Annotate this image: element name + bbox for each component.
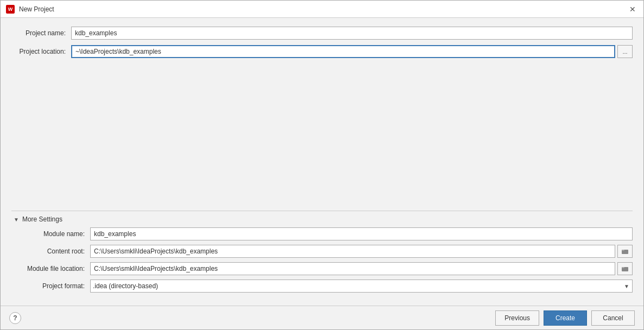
project-format-select[interactable]: .idea (directory-based) .ipr (file-based…: [90, 280, 633, 293]
module-name-input[interactable]: [90, 227, 633, 240]
project-location-label: Project location:: [11, 48, 71, 55]
cancel-button[interactable]: Cancel: [591, 310, 635, 326]
content-root-label: Content root:: [11, 248, 90, 255]
project-name-row: Project name:: [11, 27, 633, 40]
create-button[interactable]: Create: [544, 310, 587, 326]
project-location-browse-button[interactable]: ...: [617, 45, 633, 58]
svg-rect-1: [622, 250, 624, 251]
module-file-input-wrap: [90, 262, 633, 275]
previous-button[interactable]: Previous: [495, 310, 539, 326]
more-settings-content: Module name: Content root:: [11, 227, 633, 301]
collapse-arrow-icon: ▼: [14, 217, 19, 223]
module-name-label: Module name:: [11, 230, 90, 238]
bottom-bar: ? Previous Create Cancel: [1, 306, 643, 329]
content-root-row: Content root:: [11, 245, 633, 258]
module-file-label: Module file location:: [11, 265, 90, 272]
project-name-label: Project name:: [11, 29, 71, 37]
new-project-dialog: W New Project ✕ Project name: Project lo…: [0, 0, 644, 330]
content-root-input-wrap: [90, 245, 633, 258]
more-settings-section: ▼ More Settings Module name: Content roo…: [11, 211, 633, 301]
svg-rect-3: [622, 267, 624, 268]
folder-icon: [622, 248, 628, 255]
more-settings-header[interactable]: ▼ More Settings: [11, 211, 633, 227]
module-file-row: Module file location:: [11, 262, 633, 275]
project-location-input[interactable]: [71, 45, 615, 58]
project-name-input[interactable]: [71, 27, 633, 40]
module-name-row: Module name:: [11, 227, 633, 240]
project-format-label: Project format:: [11, 282, 90, 290]
spacer: [11, 64, 633, 206]
dialog-title: New Project: [19, 5, 54, 13]
project-format-select-container: .idea (directory-based) .ipr (file-based…: [90, 280, 633, 293]
project-location-row: Project location: ...: [11, 45, 633, 58]
content-root-input[interactable]: [90, 245, 615, 258]
module-file-browse-button[interactable]: [617, 262, 633, 275]
title-bar: W New Project ✕: [1, 1, 643, 18]
project-format-select-wrap: .idea (directory-based) .ipr (file-based…: [90, 280, 633, 293]
content-root-browse-button[interactable]: [617, 245, 633, 258]
module-file-input[interactable]: [90, 262, 615, 275]
module-name-input-wrap: [90, 227, 633, 240]
project-format-row: Project format: .idea (directory-based) …: [11, 280, 633, 293]
close-button[interactable]: ✕: [627, 4, 638, 15]
help-button[interactable]: ?: [9, 312, 21, 324]
action-buttons: Previous Create Cancel: [495, 310, 635, 326]
app-icon: W: [6, 5, 15, 14]
folder-icon: [622, 265, 628, 272]
title-bar-left: W New Project: [6, 5, 54, 14]
more-settings-label: More Settings: [22, 215, 62, 223]
project-location-field-group: ...: [71, 45, 633, 58]
dialog-content: Project name: Project location: ... ▼ Mo…: [1, 18, 643, 306]
